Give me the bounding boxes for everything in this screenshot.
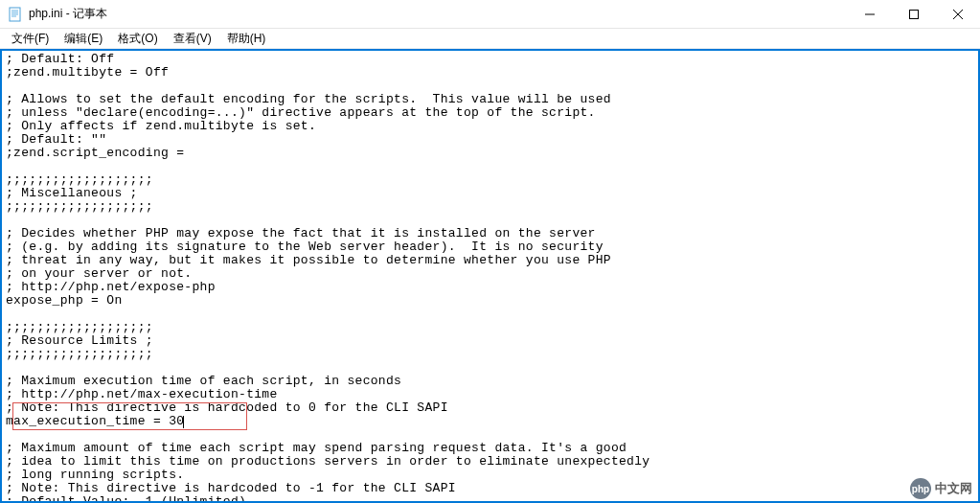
menu-file[interactable]: 文件(F)	[4, 29, 57, 49]
menubar: 文件(F) 编辑(E) 格式(O) 查看(V) 帮助(H)	[0, 29, 980, 49]
editor-line: ; Decides whether PHP may expose the fac…	[6, 226, 596, 240]
editor-line: expose_php = On	[6, 293, 123, 308]
editor-line: ; Resource Limits ;	[6, 333, 153, 348]
menu-help[interactable]: 帮助(H)	[219, 29, 274, 49]
svg-rect-6	[910, 11, 919, 19]
editor-line: ; long running scripts.	[6, 468, 184, 482]
notepad-icon	[8, 7, 23, 22]
editor-line: ; Only affects if zend.multibyte is set.	[6, 119, 316, 133]
editor-line: ; Note: This directive is hardcoded to 0…	[6, 400, 448, 415]
menu-format[interactable]: 格式(O)	[110, 29, 165, 49]
menu-view[interactable]: 查看(V)	[166, 29, 219, 49]
editor-line: ;zend.script_encoding =	[6, 146, 184, 160]
text-editor[interactable]: ; Default: Off ;zend.multibyte = Off ; A…	[2, 51, 978, 501]
editor-line: ; Default: ""	[6, 132, 106, 147]
editor-line: ; idea to limit this time on productions…	[6, 454, 650, 469]
editor-line: ; Allows to set the default encoding for…	[6, 92, 611, 106]
editor-line: ; http://php.net/max-execution-time	[6, 387, 278, 401]
editor-line: ; http://php.net/expose-php	[6, 280, 216, 294]
editor-line: ;;;;;;;;;;;;;;;;;;;	[6, 320, 153, 334]
window-controls	[848, 0, 980, 28]
editor-line: ; Default: Off	[6, 52, 114, 66]
editor-line: ; threat in any way, but it makes it pos…	[6, 253, 611, 267]
editor-line: ; (e.g. by adding its signature to the W…	[6, 240, 604, 254]
editor-line: ; Maximum execution time of each script,…	[6, 374, 401, 388]
maximize-button[interactable]	[892, 0, 936, 29]
editor-line: ; Miscellaneous ;	[6, 186, 138, 200]
minimize-button[interactable]	[848, 0, 892, 29]
window-title: php.ini - 记事本	[29, 6, 848, 22]
text-caret	[183, 416, 184, 428]
editor-line: ; Note: This directive is hardcoded to -…	[6, 481, 456, 495]
editor-line: ;;;;;;;;;;;;;;;;;;;	[6, 172, 153, 187]
editor-line: ;;;;;;;;;;;;;;;;;;;	[6, 347, 153, 361]
close-button[interactable]	[936, 0, 980, 29]
editor-line: ; unless "declare(encoding=...)" directi…	[6, 105, 596, 120]
menu-edit[interactable]: 编辑(E)	[57, 29, 110, 49]
editor-container: ; Default: Off ;zend.multibyte = Off ; A…	[0, 49, 980, 503]
editor-line: ; on your server or not.	[6, 266, 192, 281]
editor-line: ;zend.multibyte = Off	[6, 65, 169, 80]
editor-line: ; Default Value: -1 (Unlimited)	[6, 494, 246, 501]
titlebar: php.ini - 记事本	[0, 0, 980, 29]
editor-line: ; Maximum amount of time each script may…	[6, 441, 627, 455]
editor-line: ;;;;;;;;;;;;;;;;;;;	[6, 199, 153, 214]
editor-line: max_execution_time = 30	[6, 414, 184, 428]
